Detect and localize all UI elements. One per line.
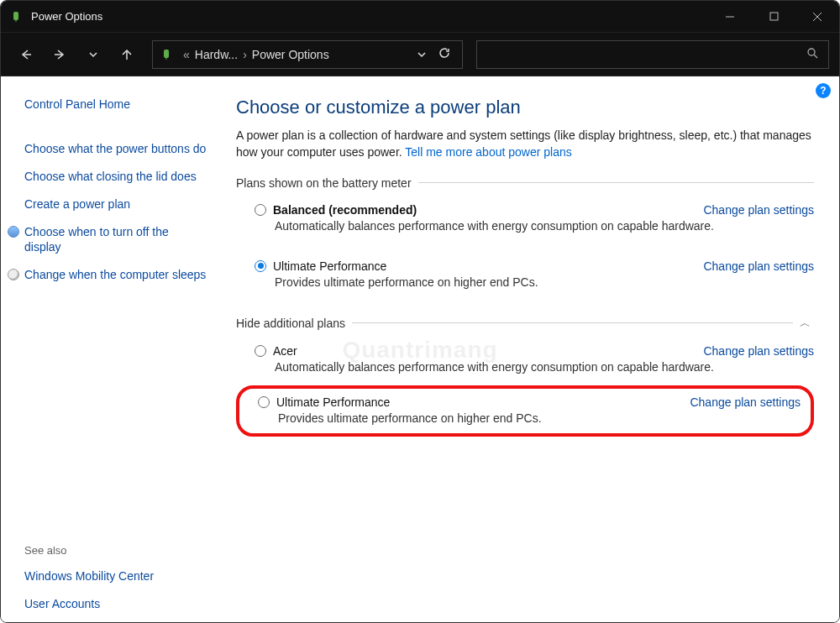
see-also-user-accounts[interactable]: User Accounts: [24, 596, 207, 612]
chevron-up-icon: ︿: [800, 316, 814, 331]
up-button[interactable]: [112, 39, 142, 70]
navbar: « Hardw... › Power Options: [1, 33, 839, 76]
plan-ultimate-additional-radio[interactable]: [258, 396, 270, 408]
group-battery-meter: Plans shown on the battery meter: [236, 176, 814, 190]
maximize-button[interactable]: [752, 1, 795, 33]
forward-button[interactable]: [45, 39, 75, 70]
breadcrumb[interactable]: « Hardw... › Power Options: [152, 40, 463, 69]
sidebar-link-sleep[interactable]: Change when the computer sleeps: [24, 267, 207, 283]
sidebar-link-display-off[interactable]: Choose when to turn off the display: [24, 224, 207, 256]
plan-ultimate-primary-change-settings[interactable]: Change plan settings: [703, 259, 814, 273]
group-additional[interactable]: Hide additional plans ︿: [236, 316, 814, 331]
control-panel-home-link[interactable]: Control Panel Home: [24, 97, 207, 113]
plan-acer: Acer Change plan settings Automatically …: [236, 339, 814, 380]
plan-ultimate-primary-radio[interactable]: [255, 260, 266, 272]
intro-link[interactable]: Tell me more about power plans: [405, 145, 571, 159]
plan-balanced-radio[interactable]: [255, 204, 266, 216]
sidebar: Control Panel Home Choose what the power…: [1, 76, 219, 623]
back-button[interactable]: [11, 39, 41, 70]
svg-rect-10: [166, 58, 167, 60]
plan-balanced-change-settings[interactable]: Change plan settings: [703, 203, 814, 217]
help-button[interactable]: ?: [816, 83, 831, 98]
content-area: ? Quantrimang Control Panel Home Choose …: [1, 76, 839, 623]
plan-acer-name[interactable]: Acer: [273, 344, 297, 358]
group-additional-label: Hide additional plans: [236, 317, 345, 330]
main-panel: Choose or customize a power plan A power…: [219, 76, 839, 623]
svg-line-12: [814, 55, 817, 58]
plan-ultimate-primary-desc: Provides ultimate performance on higher …: [255, 273, 814, 289]
display-icon: [8, 226, 19, 238]
highlighted-plan-callout: Ultimate Performance Change plan setting…: [236, 385, 814, 437]
plan-ultimate-additional: Ultimate Performance Change plan setting…: [246, 395, 801, 425]
sidebar-link-sleep-label: Change when the computer sleeps: [24, 267, 206, 283]
breadcrumb-icon: [160, 47, 175, 62]
plan-ultimate-primary-name[interactable]: Ultimate Performance: [273, 259, 386, 273]
plan-acer-change-settings[interactable]: Change plan settings: [703, 344, 814, 358]
page-title: Choose or customize a power plan: [236, 97, 814, 118]
plan-ultimate-additional-name[interactable]: Ultimate Performance: [276, 395, 390, 409]
plan-acer-radio[interactable]: [255, 345, 266, 357]
sidebar-link-power-buttons[interactable]: Choose what the power buttons do: [24, 141, 207, 157]
breadcrumb-prefix: «: [181, 48, 192, 61]
svg-point-11: [808, 49, 815, 55]
plan-balanced: Balanced (recommended) Change plan setti…: [236, 198, 814, 239]
sidebar-link-display-off-label: Choose when to turn off the display: [24, 224, 207, 256]
breadcrumb-item-1[interactable]: Power Options: [252, 48, 329, 61]
svg-rect-0: [13, 12, 18, 20]
plan-ultimate-primary: Ultimate Performance Change plan setting…: [236, 254, 814, 296]
plan-ultimate-additional-change-settings[interactable]: Change plan settings: [690, 395, 801, 409]
plan-ultimate-additional-desc: Provides ultimate performance on higher …: [258, 409, 801, 425]
refresh-button[interactable]: [433, 47, 455, 61]
window-title: Power Options: [31, 10, 102, 23]
recent-dropdown[interactable]: [78, 39, 108, 70]
app-icon: [9, 9, 24, 24]
group-battery-meter-label: Plans shown on the battery meter: [236, 176, 412, 190]
sidebar-link-create-plan[interactable]: Create a power plan: [24, 196, 207, 212]
plan-balanced-name[interactable]: Balanced (recommended): [273, 203, 417, 217]
titlebar: Power Options: [1, 1, 839, 33]
search-icon: [806, 47, 818, 61]
breadcrumb-history-dropdown[interactable]: [413, 39, 430, 70]
moon-icon: [8, 269, 19, 280]
see-also-mobility-center[interactable]: Windows Mobility Center: [24, 568, 207, 584]
svg-rect-3: [770, 13, 778, 20]
intro-text: A power plan is a collection of hardware…: [236, 127, 814, 161]
see-also-heading: See also: [24, 544, 207, 557]
search-input[interactable]: [476, 40, 829, 69]
close-button[interactable]: [795, 1, 839, 33]
plan-balanced-desc: Automatically balances performance with …: [255, 217, 814, 233]
chevron-right-icon: ›: [241, 48, 249, 61]
svg-rect-1: [16, 20, 17, 22]
breadcrumb-item-0[interactable]: Hardw...: [195, 48, 238, 61]
minimize-button[interactable]: [708, 1, 752, 33]
sidebar-link-close-lid[interactable]: Choose what closing the lid does: [24, 169, 207, 185]
plan-acer-desc: Automatically balances performance with …: [255, 358, 814, 374]
svg-rect-9: [164, 50, 169, 58]
